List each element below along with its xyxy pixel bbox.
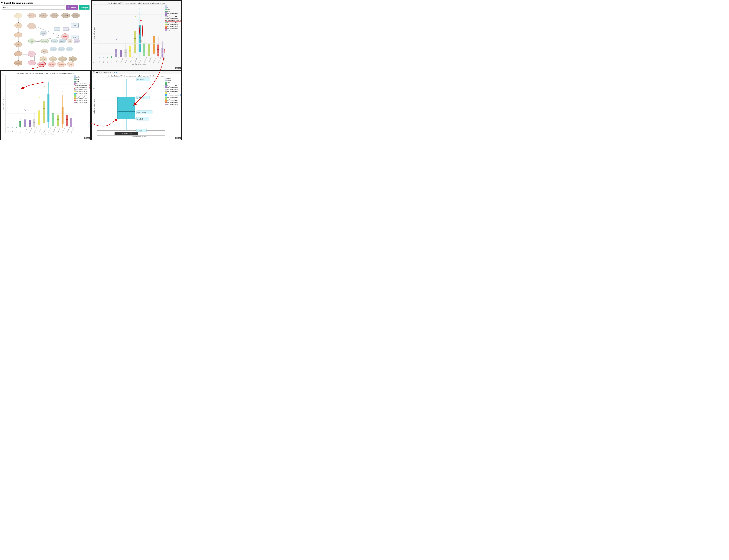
minus-icon[interactable]: − (103, 71, 104, 73)
svg-text:median: 14.05430k: median: 14.05430k (137, 111, 146, 113)
panel-d-chart: 💾 📷 🔍 + − ⊡ ✥ ⟳ ✕ ≡ ▦ ■ the distribution… (92, 71, 181, 140)
svg-text:Esophagus: Esophagus (41, 59, 46, 60)
svg-text:Neural D14: Neural D14 (59, 49, 64, 50)
svg-text:Small Intestine: Small Intestine (60, 59, 66, 60)
anatomy-diagram[interactable]: Oocyte Zygote 2cell 4cell 8cell Blastocy… (2, 11, 90, 69)
panel-d-close[interactable]: Close (175, 137, 181, 139)
svg-text:Left_Ventricle_E20w: Left_Ventricle_E20w (61, 127, 65, 133)
close-icon[interactable]: ✕ (110, 71, 111, 73)
svg-point-200 (63, 92, 63, 93)
svg-text:Temporal Lobe: Temporal Lobe (73, 15, 79, 16)
svg-rect-134 (162, 48, 163, 57)
svg-text:Large Intestine: Large Intestine (70, 59, 76, 60)
svg-point-169 (25, 110, 26, 111)
pan-icon[interactable]: ✥ (106, 71, 108, 73)
svg-text:Left_Ventricle_E17w: Left_Ventricle_E17w (56, 127, 61, 133)
svg-point-101 (116, 39, 117, 40)
svg-text:HSC: HSC (31, 41, 33, 42)
reset-icon[interactable]: ⟳ (108, 71, 110, 73)
svg-point-189 (48, 77, 48, 78)
svg-text:Left Ventricle: Left Ventricle (39, 64, 45, 65)
panel-c-close[interactable]: Close (175, 67, 181, 69)
table-icon[interactable]: ▦ (114, 71, 115, 73)
svg-text:2cell: 2cell (17, 35, 19, 36)
svg-text:q1: 7.303.46k: q1: 7.303.46k (137, 118, 143, 120)
svg-text:Frontal Lobe: Frontal Lobe (29, 15, 34, 16)
svg-text:Left_Ventricle_E7w: Left_Ventricle_E7w (124, 57, 128, 63)
panel-b-close[interactable]: Close (84, 137, 90, 139)
svg-rect-198 (62, 107, 64, 124)
svg-rect-203 (66, 115, 68, 126)
svg-text:Left_Ventricle_E5w: Left_Ventricle_E5w (23, 127, 28, 133)
panel-a-title: Search for gene expression (4, 2, 90, 4)
svg-text:Right Atrium: Right Atrium (49, 64, 54, 65)
svg-text:Left_Ventricle_E6w: Left_Ventricle_E6w (119, 57, 123, 63)
svg-text:Oocyte: Oocyte (17, 15, 20, 16)
svg-rect-97 (111, 56, 112, 58)
panel-a-label: A (1, 1, 3, 4)
list-icon[interactable]: ≡ (112, 71, 113, 73)
svg-text:CD16+: CD16+ (73, 37, 76, 38)
svg-rect-230 (117, 97, 135, 119)
plus-icon[interactable]: + (101, 71, 102, 73)
zoom-in-icon[interactable]: 🔍 (98, 71, 101, 73)
svg-text:Heart: Heart (30, 53, 33, 54)
panel-b-label: B (1, 71, 3, 74)
svg-text:4cell: 4cell (17, 44, 19, 45)
svg-point-180 (39, 97, 40, 98)
svg-point-201 (62, 91, 62, 92)
panel-b-plot[interactable]: 60k 50k 40k 30k 20k 10k 0 (6, 75, 74, 133)
svg-text:Left_Ventricle_E13w: Left_Ventricle_E13w (138, 57, 142, 63)
panel-c-plot[interactable]: 60k 50k 40k 30k 20k 10k 0 (97, 5, 165, 63)
svg-rect-109 (129, 46, 131, 57)
svg-text:CD14+: CD14+ (73, 25, 77, 26)
svg-point-196 (58, 103, 58, 104)
svg-text:Interior Surface: Interior Surface (40, 15, 46, 16)
panel-d-legend: Oocyte Zygote 4cell 8cell Left_Ventricle… (165, 77, 181, 136)
svg-text:CD141: CD141 (56, 29, 58, 30)
panel-b-chart: the distribution of MYL2 expression duri… (1, 71, 90, 140)
camera-icon[interactable]: 📷 (96, 71, 98, 73)
svg-text:Left_Ventricle_E9w: Left_Ventricle_E9w (37, 127, 42, 133)
svg-rect-106 (125, 49, 127, 57)
svg-text:4cell: 4cell (16, 130, 17, 133)
svg-text:Left_Ventricle_E7w: Left_Ventricle_E7w (33, 127, 37, 133)
svg-text:4cell: 4cell (107, 60, 108, 63)
svg-text:8cell: 8cell (17, 53, 19, 54)
search-button[interactable]: 🔍 Search (66, 5, 78, 10)
svg-text:Left_Ventricle_E10w: Left_Ventricle_E10w (133, 57, 138, 63)
svg-text:Occipital Lobe: Occipital Lobe (52, 15, 57, 16)
panel-c: C the distribution of MYL2 expression du… (91, 0, 182, 70)
panel-c-title: the distribution of MYL2 expression duri… (92, 1, 181, 5)
svg-text:Neural D2s: Neural D2s (51, 49, 56, 50)
zoom-rect-icon[interactable]: ⊡ (104, 71, 106, 73)
svg-text:Left_Ventricle_E13w: Left_Ventricle_E13w (121, 132, 132, 135)
svg-text:HI D0: HI D0 (53, 41, 56, 42)
panel-d-title: the distribution of MYL2 expression duri… (92, 74, 181, 77)
panel-c-legend: Oocyte Zygote 4cell 8cell Left_Ventricle… (165, 5, 181, 63)
svg-text:Left_Ventricle_E20w: Left_Ventricle_E20w (152, 57, 156, 63)
blue-box-icon[interactable]: ■ (116, 71, 117, 73)
svg-text:Left_Ventricle_E24w: Left_Ventricle_E24w (160, 57, 165, 63)
panel-c-label: C (92, 1, 94, 4)
svg-text:min: 0.182: min: 0.182 (137, 130, 142, 132)
svg-rect-127 (153, 36, 155, 54)
svg-text:Right Ventricle: Right Ventricle (58, 64, 64, 65)
svg-rect-112 (134, 31, 136, 53)
svg-text:Left_Ventricle_E10w: Left_Ventricle_E10w (42, 127, 47, 133)
svg-rect-121 (143, 43, 145, 56)
panel-c-chart-area: Expression Level (TPM) 60k 50k 40k 30k 2… (92, 5, 181, 63)
svg-text:Neural D12: Neural D12 (60, 41, 64, 42)
panel-c-x-axis: Developmental Stages (92, 63, 181, 65)
svg-point-170 (25, 109, 25, 110)
svg-text:Left_Ventricle_E15w: Left_Ventricle_E15w (142, 57, 147, 63)
svg-text:Oocyte: Oocyte (7, 130, 9, 133)
svg-point-114 (135, 16, 136, 17)
svg-text:Left_Ventricle_E15w: Left_Ventricle_E15w (51, 127, 56, 133)
svg-rect-182 (43, 101, 45, 123)
search-input[interactable] (2, 5, 65, 10)
svg-text:Left_Ventricle_E22w: Left_Ventricle_E22w (65, 127, 70, 133)
svg-rect-194 (57, 115, 59, 126)
panel-d-plot[interactable]: 50k 40k 30k 20k 10k 0 (97, 77, 165, 136)
example-button[interactable]: Example (79, 5, 90, 10)
